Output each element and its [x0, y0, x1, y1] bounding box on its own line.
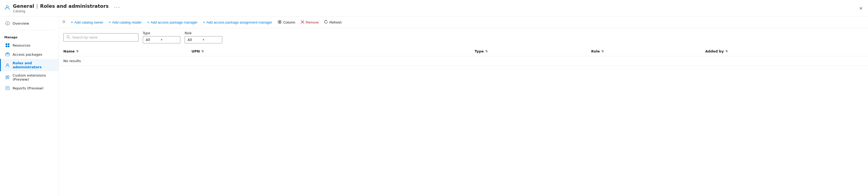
add-access-package-assignment-manager-button[interactable]: + Add access package assignment manager [201, 18, 274, 26]
svg-rect-4 [6, 43, 7, 45]
type-filter-select[interactable]: All ▾ [143, 36, 180, 43]
svg-rect-15 [6, 86, 9, 90]
refresh-button[interactable]: Refresh [322, 18, 344, 26]
svg-rect-6 [6, 45, 7, 47]
col-upn: UPN ⇅ [187, 47, 470, 56]
role-filter-label: Role [185, 31, 222, 35]
page-header: General | Roles and administrators ... C… [0, 0, 868, 16]
col-added-by: Added by ⇅ [701, 47, 868, 56]
remove-label: Remove [306, 21, 318, 24]
header-more-button[interactable]: ... [114, 3, 120, 9]
sidebar-item-reports[interactable]: Reports (Preview) [0, 83, 59, 93]
sidebar: Overview Manage Resources [0, 16, 59, 196]
extension-icon [5, 75, 10, 80]
header-catalog-name: General [13, 3, 34, 9]
svg-point-0 [6, 6, 8, 8]
header-separator: | [36, 3, 38, 9]
sidebar-item-resources[interactable]: Resources [0, 41, 59, 50]
header-subtitle: Catalog [13, 9, 120, 13]
svg-rect-5 [8, 43, 9, 45]
add-catalog-reader-label: Add catalog reader [112, 21, 142, 24]
sidebar-item-roles-admins[interactable]: Roles and administrators [0, 59, 59, 71]
svg-rect-14 [6, 78, 7, 79]
add-access-package-manager-button[interactable]: + Add access package manager [145, 18, 200, 26]
add-access-package-manager-label: Add access package manager [151, 21, 197, 24]
svg-point-3 [7, 22, 8, 23]
svg-rect-7 [8, 45, 9, 47]
name-sort-icon[interactable]: ⇅ [76, 49, 79, 53]
table-header: Name ⇅ UPN ⇅ Type [59, 47, 868, 56]
main-layout: Overview Manage Resources [0, 16, 868, 196]
role-filter-group: Role All ▾ [185, 31, 222, 43]
role-filter-select[interactable]: All ▾ [185, 36, 222, 43]
svg-rect-13 [8, 76, 9, 77]
add-access-package-assignment-manager-label: Add access package assignment manager [207, 21, 272, 24]
refresh-label: Refresh [329, 21, 342, 24]
toolbar-row: + Add catalog owner + Add catalog reader… [59, 16, 868, 28]
person-roles-icon [5, 63, 10, 68]
header-title: General | Roles and administrators ... [13, 3, 120, 9]
col-name: Name ⇅ [59, 47, 187, 56]
roles-table: Name ⇅ UPN ⇅ Type [59, 47, 868, 66]
sidebar-item-overview-label: Overview [12, 22, 29, 26]
table-body: No results [59, 56, 868, 66]
sidebar-item-custom-extensions-label: Custom extensions (Preview) [12, 73, 55, 81]
remove-button[interactable]: Remove [299, 18, 321, 26]
search-input[interactable] [72, 35, 135, 39]
sidebar-divider [4, 30, 55, 30]
role-sort-icon[interactable]: ⇅ [601, 49, 604, 53]
sidebar-item-resources-label: Resources [12, 43, 30, 47]
added-by-sort-icon[interactable]: ⇅ [725, 49, 728, 53]
sidebar-item-access-packages-label: Access packages [12, 52, 42, 56]
column-button[interactable]: Column [275, 18, 298, 26]
role-filter-chevron-icon: ▾ [203, 38, 204, 41]
role-filter-value: All [188, 38, 192, 42]
type-filter-group: Type All ▾ [143, 31, 180, 43]
add-catalog-reader-plus-icon: + [109, 20, 111, 24]
add-catalog-owner-plus-icon: + [71, 20, 73, 24]
no-results-row: No results [59, 56, 868, 66]
header-text-block: General | Roles and administrators ... C… [13, 3, 120, 13]
type-filter-label: Type [143, 31, 180, 35]
sidebar-item-overview[interactable]: Overview [0, 19, 59, 28]
svg-rect-12 [6, 76, 7, 77]
table-header-row: Name ⇅ UPN ⇅ Type [59, 47, 868, 56]
svg-line-27 [69, 38, 70, 39]
sidebar-manage-label: Manage [0, 32, 59, 41]
upn-sort-icon[interactable]: ⇅ [201, 49, 204, 53]
add-catalog-reader-button[interactable]: + Add catalog reader [106, 18, 144, 26]
search-box[interactable] [63, 33, 138, 41]
svg-point-11 [7, 64, 8, 65]
add-catalog-owner-button[interactable]: + Add catalog owner [69, 18, 105, 26]
type-filter-chevron-icon: ▾ [161, 38, 162, 41]
add-catalog-owner-label: Add catalog owner [74, 21, 103, 24]
sidebar-item-access-packages[interactable]: Access packages [0, 50, 59, 59]
package-icon [5, 52, 10, 57]
add-access-pkg-mgr-plus-icon: + [147, 20, 149, 24]
sidebar-item-reports-label: Reports (Preview) [12, 86, 43, 90]
col-type: Type ⇅ [470, 47, 587, 56]
remove-icon [301, 20, 304, 25]
column-icon [278, 20, 282, 25]
refresh-icon [324, 20, 328, 25]
column-label: Column [283, 21, 295, 24]
no-results-cell: No results [59, 56, 868, 66]
filters-row: Type All ▾ Role All ▾ [59, 28, 868, 47]
collapse-sidebar-button[interactable] [61, 18, 68, 26]
info-icon [5, 21, 10, 26]
col-role: Role ⇅ [587, 47, 701, 56]
grid-icon [5, 43, 10, 48]
type-filter-value: All [146, 38, 150, 42]
search-icon [66, 35, 70, 40]
reports-icon [5, 86, 10, 90]
sidebar-item-custom-extensions[interactable]: Custom extensions (Preview) [0, 71, 59, 83]
person-catalog-icon [4, 5, 10, 12]
type-sort-icon[interactable]: ⇅ [485, 49, 488, 53]
content-area: + Add catalog owner + Add catalog reader… [59, 16, 868, 196]
sidebar-item-roles-admins-label: Roles and administrators [12, 61, 55, 69]
close-button[interactable]: ✕ [858, 5, 864, 12]
header-page-name: Roles and administrators [40, 3, 109, 9]
add-access-pkg-asgn-mgr-plus-icon: + [203, 20, 205, 24]
table-container: Name ⇅ UPN ⇅ Type [59, 47, 868, 196]
